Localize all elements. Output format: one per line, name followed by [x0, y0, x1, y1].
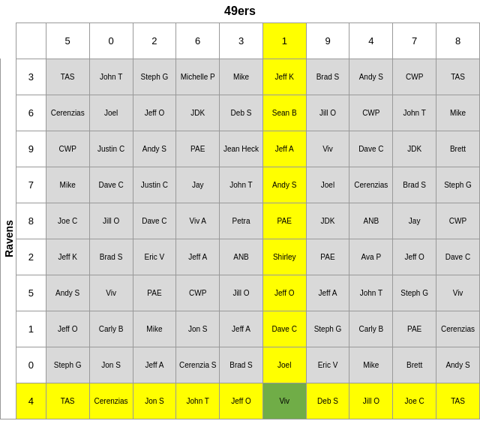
cell-r3-c7: Cerenzias: [350, 167, 393, 203]
cell-r9-c3: John T: [176, 383, 220, 419]
cell-r6-c9: Viv: [436, 275, 480, 311]
cell-r9-c2: Jon S: [133, 383, 176, 419]
col-header-8: 8: [436, 23, 480, 59]
cell-r1-c1: Joel: [89, 95, 133, 131]
cell-r0-c6: Brad S: [306, 59, 350, 95]
cell-r6-c5: Jeff O: [262, 275, 306, 311]
cell-r6-c0: Andy S: [46, 275, 89, 311]
cell-r0-c0: TAS: [46, 59, 89, 95]
cell-r2-c4: Jean Heck: [220, 131, 263, 167]
cell-r5-c3: Jeff A: [176, 239, 220, 275]
cell-r0-c9: TAS: [436, 59, 480, 95]
cell-r0-c8: CWP: [393, 59, 436, 95]
cell-r0-c7: Andy S: [350, 59, 393, 95]
cell-r3-c5: Andy S: [262, 167, 306, 203]
cell-r7-c5: Dave C: [262, 311, 306, 347]
row-header-9: 9: [16, 131, 46, 167]
cell-r9-c1: Cerenzias: [89, 383, 133, 419]
grid-title: 49ers: [1, 0, 480, 23]
cell-r1-c5: Sean B: [262, 95, 306, 131]
cell-r4-c1: Jill O: [89, 203, 133, 239]
col-header-1: 1: [262, 23, 306, 59]
cell-r9-c7: Jill O: [350, 383, 393, 419]
cell-r2-c5: Jeff A: [262, 131, 306, 167]
row-header-8: 8: [16, 203, 46, 239]
cell-r4-c0: Joe C: [46, 203, 89, 239]
cell-r6-c1: Viv: [89, 275, 133, 311]
row-header-3: 3: [16, 59, 46, 95]
cell-r8-c8: Brett: [393, 347, 436, 383]
cell-r4-c9: CWP: [436, 203, 480, 239]
cell-r7-c4: Jeff A: [220, 311, 263, 347]
cell-r4-c7: ANB: [350, 203, 393, 239]
cell-r7-c7: Carly B: [350, 311, 393, 347]
row-header-7: 7: [16, 167, 46, 203]
cell-r2-c0: CWP: [46, 131, 89, 167]
cell-r9-c0: TAS: [46, 383, 89, 419]
cell-r4-c6: JDK: [306, 203, 350, 239]
cell-r1-c4: Deb S: [220, 95, 263, 131]
cell-r7-c2: Mike: [133, 311, 176, 347]
cell-r8-c0: Steph G: [46, 347, 89, 383]
cell-r5-c0: Jeff K: [46, 239, 89, 275]
cell-r4-c8: Jay: [393, 203, 436, 239]
cell-r8-c1: Jon S: [89, 347, 133, 383]
cell-r5-c7: Ava P: [350, 239, 393, 275]
row-header-2: 2: [16, 239, 46, 275]
cell-r7-c3: Jon S: [176, 311, 220, 347]
cell-r9-c9: TAS: [436, 383, 480, 419]
cell-r7-c6: Steph G: [306, 311, 350, 347]
cell-r9-c5: Viv: [262, 383, 306, 419]
cell-r4-c5: PAE: [262, 203, 306, 239]
row-header-6: 6: [16, 95, 46, 131]
ravens-label: Ravens: [1, 59, 16, 419]
cell-r1-c2: Jeff O: [133, 95, 176, 131]
cell-r7-c9: Cerenzias: [436, 311, 480, 347]
cell-r0-c3: Michelle P: [176, 59, 220, 95]
cell-r2-c3: PAE: [176, 131, 220, 167]
cell-r0-c4: Mike: [220, 59, 263, 95]
row-header-4: 4: [16, 383, 46, 419]
cell-r5-c9: Dave C: [436, 239, 480, 275]
cell-r5-c6: PAE: [306, 239, 350, 275]
cell-r3-c9: Steph G: [436, 167, 480, 203]
cell-r9-c4: Jeff O: [220, 383, 263, 419]
cell-r1-c6: Jill O: [306, 95, 350, 131]
cell-r9-c8: Joe C: [393, 383, 436, 419]
col-header-4: 4: [350, 23, 393, 59]
cell-r8-c6: Eric V: [306, 347, 350, 383]
cell-r2-c7: Dave C: [350, 131, 393, 167]
cell-r3-c4: John T: [220, 167, 263, 203]
cell-r3-c0: Mike: [46, 167, 89, 203]
cell-r5-c2: Eric V: [133, 239, 176, 275]
cell-r3-c3: Jay: [176, 167, 220, 203]
cell-r3-c8: Brad S: [393, 167, 436, 203]
cell-r6-c7: John T: [350, 275, 393, 311]
cell-r5-c5: Shirley: [262, 239, 306, 275]
row-header-0: 0: [16, 347, 46, 383]
cell-r6-c2: PAE: [133, 275, 176, 311]
main-grid: 49ers5026319478Ravens3TASJohn TSteph GMi…: [0, 0, 480, 419]
cell-r6-c4: Jill O: [220, 275, 263, 311]
cell-r1-c0: Cerenzias: [46, 95, 89, 131]
cell-r8-c3: Cerenzia S: [176, 347, 220, 383]
cell-r0-c2: Steph G: [133, 59, 176, 95]
cell-r3-c2: Justin C: [133, 167, 176, 203]
cell-r8-c2: Jeff A: [133, 347, 176, 383]
col-header-7: 7: [393, 23, 436, 59]
col-header-0: 0: [89, 23, 133, 59]
cell-r2-c6: Viv: [306, 131, 350, 167]
row-header-1: 1: [16, 311, 46, 347]
col-header-2: 2: [133, 23, 176, 59]
cell-r3-c6: Joel: [306, 167, 350, 203]
cell-r8-c4: Brad S: [220, 347, 263, 383]
cell-r8-c9: Andy S: [436, 347, 480, 383]
cell-r1-c8: John T: [393, 95, 436, 131]
cell-r8-c5: Joel: [262, 347, 306, 383]
cell-r1-c7: CWP: [350, 95, 393, 131]
cell-r2-c2: Andy S: [133, 131, 176, 167]
cell-r0-c1: John T: [89, 59, 133, 95]
col-header-6: 6: [176, 23, 220, 59]
cell-r8-c7: Mike: [350, 347, 393, 383]
cell-r7-c0: Jeff O: [46, 311, 89, 347]
